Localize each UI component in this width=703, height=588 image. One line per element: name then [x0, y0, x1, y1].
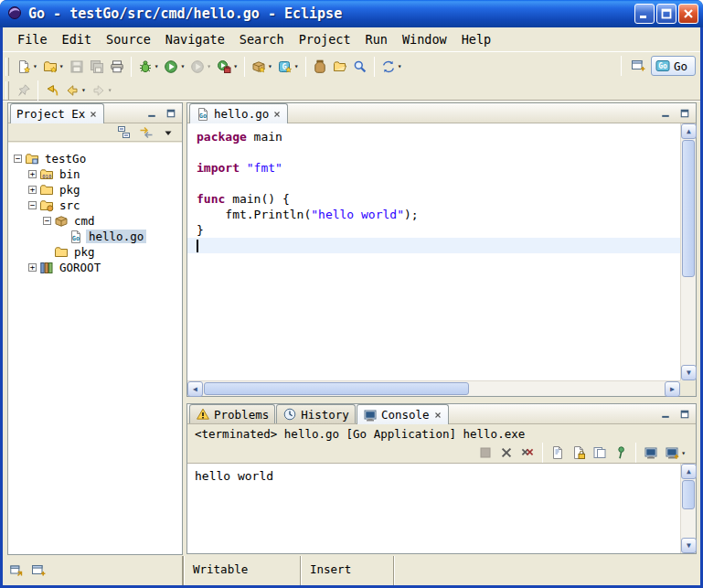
minimize-view-button[interactable]: [144, 106, 160, 121]
collapse-expander-icon[interactable]: −: [43, 217, 51, 225]
dropdown-arrow-icon[interactable]: ▾: [233, 62, 238, 70]
console-output-area[interactable]: hello world ▲ ▼: [187, 463, 696, 553]
window-maximize-button[interactable]: [656, 4, 676, 24]
new-menu-button[interactable]: ▾: [40, 56, 67, 78]
dropdown-arrow-icon[interactable]: ▾: [294, 62, 299, 70]
search-button[interactable]: [350, 56, 370, 78]
fast-view-icon[interactable]: [9, 563, 24, 578]
open-type-button[interactable]: [310, 56, 330, 78]
dropdown-arrow-icon[interactable]: ▾: [681, 449, 686, 457]
code-line-7[interactable]: }: [187, 222, 680, 238]
external-tools-button[interactable]: ▾: [214, 56, 240, 78]
dropdown-arrow-icon[interactable]: ▾: [59, 62, 64, 70]
tree-item-bin[interactable]: +010bin: [8, 166, 182, 182]
dropdown-arrow-icon[interactable]: ▾: [398, 62, 402, 70]
scroll-right-button[interactable]: ▶: [665, 381, 680, 397]
console-vertical-scrollbar[interactable]: ▲ ▼: [680, 464, 696, 553]
close-tab-icon[interactable]: [89, 110, 98, 119]
scroll-up-button[interactable]: ▲: [681, 464, 697, 479]
tree-label[interactable]: GOROOT: [57, 261, 103, 274]
tree-label[interactable]: pkg: [57, 183, 83, 197]
vertical-scrollbar-thumb[interactable]: [682, 480, 695, 509]
remove-launch-button[interactable]: [496, 442, 517, 464]
title-bar[interactable]: Go - testGo/src/cmd/hello.go - Eclipse: [0, 0, 703, 27]
maximize-view-button[interactable]: [163, 106, 179, 121]
editor-horizontal-scrollbar[interactable]: ◀ ▶: [187, 380, 680, 396]
code-line-2[interactable]: [187, 144, 680, 160]
dropdown-arrow-icon[interactable]: ▾: [81, 86, 86, 94]
tab-history[interactable]: History: [276, 404, 356, 423]
tree-item-testGo[interactable]: −testGo: [8, 151, 182, 166]
tree-item-src[interactable]: −src: [8, 198, 182, 213]
show-view-icon[interactable]: [31, 563, 46, 578]
toolbar-grip[interactable]: [5, 58, 9, 76]
tree-label[interactable]: hello.go: [86, 230, 146, 243]
open-perspective-button[interactable]: [628, 55, 648, 77]
expand-expander-icon[interactable]: +: [28, 263, 37, 272]
menu-search[interactable]: Search: [232, 29, 292, 49]
window-minimize-button[interactable]: [634, 4, 655, 24]
tab-project-explorer[interactable]: Project Ex: [10, 103, 104, 123]
minimize-view-button[interactable]: [657, 106, 674, 121]
code-area[interactable]: package mainimport "fmt"func main() { fm…: [187, 123, 680, 380]
open-console-button[interactable]: ▾: [662, 442, 688, 464]
collapse-all-button[interactable]: [114, 124, 134, 141]
code-line-8[interactable]: [187, 238, 680, 253]
maximize-view-button[interactable]: [676, 407, 693, 422]
menu-navigate[interactable]: Navigate: [158, 29, 232, 49]
tree-label[interactable]: src: [57, 198, 83, 212]
last-edit-location-button[interactable]: [42, 80, 62, 102]
dropdown-arrow-icon[interactable]: ▾: [33, 62, 37, 70]
tree-item-GOROOT[interactable]: +GOROOT: [8, 260, 182, 275]
scroll-up-button[interactable]: ▲: [681, 123, 697, 139]
pin-console-button[interactable]: [611, 442, 631, 464]
tab-problems[interactable]: Problems: [189, 404, 275, 423]
scroll-left-button[interactable]: ◀: [187, 381, 203, 397]
view-menu-button[interactable]: [158, 124, 178, 141]
tree-label[interactable]: cmd: [71, 214, 98, 228]
menu-source[interactable]: Source: [99, 29, 158, 49]
scroll-down-button[interactable]: ▼: [681, 538, 697, 553]
window-close-button[interactable]: [678, 4, 698, 24]
collapse-expander-icon[interactable]: −: [14, 155, 22, 163]
horizontal-scrollbar-thumb[interactable]: [204, 382, 469, 395]
minimize-view-button[interactable]: [657, 407, 674, 422]
menu-edit[interactable]: Edit: [55, 29, 100, 49]
go-perspective-button[interactable]: Go Go: [651, 56, 696, 76]
new-go-element-button[interactable]: G▾: [275, 56, 302, 78]
remove-all-launches-button[interactable]: [517, 442, 538, 464]
new-button[interactable]: ▾: [14, 56, 40, 78]
menu-help[interactable]: Help: [454, 29, 499, 49]
debug-button[interactable]: ▾: [135, 56, 162, 78]
code-line-5[interactable]: func main() {: [187, 191, 680, 207]
print-button[interactable]: [107, 56, 127, 78]
expand-expander-icon[interactable]: +: [28, 170, 37, 178]
tree-label[interactable]: bin: [57, 167, 83, 181]
clear-console-button[interactable]: [548, 442, 568, 464]
scroll-lock-button[interactable]: [569, 442, 589, 464]
tree-label[interactable]: pkg: [71, 245, 98, 259]
code-line-4[interactable]: [187, 176, 680, 191]
editor-vertical-scrollbar[interactable]: ▲ ▼: [680, 123, 696, 380]
tab-console[interactable]: Console: [357, 404, 449, 424]
close-tab-icon[interactable]: [433, 411, 442, 420]
maximize-view-button[interactable]: [676, 106, 693, 121]
collapse-expander-icon[interactable]: −: [28, 201, 37, 209]
tree-item-pkg[interactable]: pkg: [8, 244, 182, 260]
toolbar-grip[interactable]: [5, 81, 9, 100]
code-line-6[interactable]: fmt.Println("hello world");: [187, 207, 680, 222]
tree-item-hello.go[interactable]: Gohello.go: [8, 229, 182, 244]
scroll-down-button[interactable]: ▼: [681, 365, 697, 380]
expand-expander-icon[interactable]: +: [28, 186, 37, 194]
menu-run[interactable]: Run: [358, 29, 395, 49]
code-line-3[interactable]: import "fmt": [187, 160, 680, 176]
back-button[interactable]: ▾: [62, 80, 89, 102]
run-button[interactable]: ▾: [161, 56, 187, 78]
tab-hello-go[interactable]: Go hello.go: [189, 103, 288, 123]
tree-item-pkg[interactable]: +pkg: [8, 182, 182, 198]
menu-file[interactable]: File: [10, 29, 55, 49]
vertical-scrollbar-thumb[interactable]: [682, 140, 695, 277]
display-selected-console-button[interactable]: [641, 442, 661, 464]
word-wrap-button[interactable]: [590, 442, 610, 464]
menu-project[interactable]: Project: [292, 29, 358, 49]
